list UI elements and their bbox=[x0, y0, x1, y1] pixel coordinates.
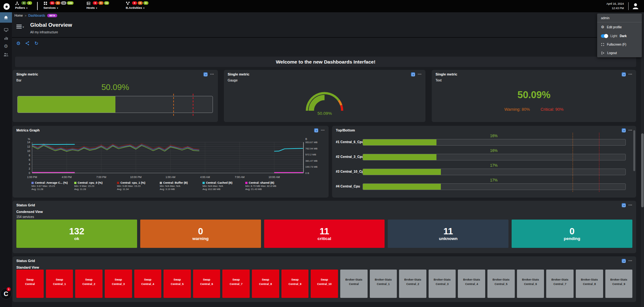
refresh-interval-icon[interactable] bbox=[622, 72, 626, 76]
top-bar: 01Pollers ▾11011132Services ▾0011Hosts ▾… bbox=[0, 0, 644, 12]
theme-light-label: Light bbox=[610, 34, 617, 38]
breadcrumb-home-link[interactable]: Home bbox=[14, 14, 23, 17]
service-tile[interactable]: Broker-StatsCentral_9 bbox=[605, 270, 633, 298]
more-options-icon[interactable]: ••• bbox=[629, 128, 632, 132]
topbar-menu-hosts[interactable]: 0011Hosts ▾ bbox=[86, 1, 109, 9]
refresh-interval-icon[interactable] bbox=[314, 128, 318, 132]
status-tile-unknown[interactable]: 11unknown bbox=[388, 220, 508, 248]
service-tile[interactable]: SwapCentral_4 bbox=[134, 270, 162, 298]
bar-host-label[interactable]: #2 Central_3_Cpu bbox=[336, 155, 364, 159]
service-tile[interactable]: SwapCentral_7 bbox=[222, 270, 250, 298]
service-tile[interactable]: Broker-StatsCentral bbox=[340, 270, 368, 298]
service-tile[interactable]: SwapCentral_1 bbox=[46, 270, 73, 298]
refresh-interval-icon[interactable] bbox=[622, 203, 626, 207]
service-tile[interactable]: SwapCentral_5 bbox=[164, 270, 191, 298]
count-badge: 0 bbox=[138, 1, 143, 5]
chevron-down-icon: ▼ bbox=[22, 26, 25, 29]
legend-minmax: Min: N/A Max: N/A bbox=[203, 185, 245, 187]
more-options-icon[interactable]: ••• bbox=[629, 72, 632, 76]
toggle-knob bbox=[604, 34, 608, 38]
service-tile[interactable]: Broker-StatsCentral_1 bbox=[370, 270, 397, 298]
bar-host-label[interactable]: #1 Central_6_Cpu bbox=[336, 140, 364, 144]
refresh-interval-icon[interactable] bbox=[622, 259, 626, 263]
sidebar-item-configuration[interactable]: ⚙ bbox=[0, 42, 12, 50]
service-tile[interactable]: SwapCentral_9 bbox=[281, 270, 309, 298]
x-axis-tick-label: 7:00 AM bbox=[235, 176, 244, 179]
service-tile[interactable]: Broker-StatsCentral_7 bbox=[546, 270, 574, 298]
service-tile[interactable]: SwapCentral_10 bbox=[311, 270, 338, 298]
refresh-interval-icon[interactable] bbox=[411, 72, 415, 76]
bar-host-label[interactable]: #4 Central_Cpu bbox=[336, 184, 360, 188]
bar-value-label: 16% bbox=[363, 148, 625, 153]
more-options-icon[interactable]: ••• bbox=[629, 259, 632, 263]
service-tile[interactable]: SwapCentral_6 bbox=[193, 270, 220, 298]
centreon-dashboard-app: 01Pollers ▾11011132Services ▾0011Hosts ▾… bbox=[0, 0, 644, 307]
service-name: Swap bbox=[262, 278, 269, 282]
centreon-bottom-logo[interactable]: C 1 bbox=[0, 288, 12, 299]
topbar-menu-services[interactable]: 11011132Services ▾ bbox=[43, 1, 74, 9]
refresh-interval-icon[interactable] bbox=[203, 72, 208, 76]
centreon-logo[interactable] bbox=[2, 1, 11, 11]
settings-icon[interactable]: ⚙ bbox=[16, 41, 20, 46]
service-tile[interactable]: SwapCentral_3 bbox=[105, 270, 132, 298]
service-tile[interactable]: Broker-StatsCentral_8 bbox=[576, 270, 603, 298]
page-scrollbar-thumb[interactable] bbox=[641, 133, 644, 207]
welcome-text: Welcome to the new Dashboards Interface! bbox=[276, 59, 375, 65]
host-name: Central_5 bbox=[495, 282, 508, 287]
sidebar-item-home[interactable] bbox=[0, 12, 12, 23]
sidebar-item-reporting[interactable] bbox=[0, 34, 12, 42]
dashboard-menu-button[interactable]: ▼ bbox=[16, 25, 25, 30]
page-title: Global Overview bbox=[30, 22, 72, 28]
status-tile-pending[interactable]: 0pending bbox=[512, 220, 632, 248]
refresh-icon[interactable]: ↻ bbox=[34, 41, 38, 46]
edit-profile-item[interactable]: ⚙ Edit profile bbox=[597, 22, 642, 32]
legend-label: Central: cpu_0 (%) bbox=[78, 181, 103, 184]
status-tile-critical[interactable]: 11critical bbox=[264, 220, 385, 248]
host-name: Central_7 bbox=[230, 282, 242, 287]
service-tile[interactable]: Broker-StatsCentral_6 bbox=[517, 270, 544, 298]
status-tile-warning[interactable]: 0warning bbox=[140, 220, 261, 248]
count-badge: 0 bbox=[21, 1, 26, 5]
panel-status-grid-condensed: Status Grid ••• Condensed View 154 servi… bbox=[13, 201, 636, 253]
legend-item[interactable]: Central: cpu_0 (%)Min: 9 Max: 15.23Avg: … bbox=[74, 181, 117, 191]
sidebar-item-administration[interactable] bbox=[0, 50, 12, 59]
legend-item[interactable]: Central: cpu_1 (%)Min: 9.89 Max: 15.23Av… bbox=[117, 181, 160, 191]
status-tile-ok[interactable]: 132ok bbox=[16, 220, 137, 248]
refresh-interval-icon[interactable] bbox=[622, 128, 626, 132]
service-tile[interactable]: SwapCentral_8 bbox=[252, 270, 279, 298]
service-tile[interactable]: SwapCentral bbox=[16, 270, 44, 298]
more-options-icon[interactable]: ••• bbox=[418, 72, 422, 76]
theme-toggle[interactable] bbox=[601, 34, 608, 38]
bar-host-label[interactable]: #3 Central_10_Cpu bbox=[336, 170, 366, 173]
breadcrumb-dashboards-link[interactable]: Dashboards bbox=[28, 14, 45, 17]
service-tile[interactable]: SwapCentral_2 bbox=[75, 270, 103, 298]
legend-item[interactable]: Central: Buffer (B)Min: N/A Max: N/AAvg:… bbox=[160, 181, 203, 191]
panel-single-metric-text: Single metric Text ••• 50.09% Warning: 8… bbox=[432, 70, 636, 122]
host-name: Central_8 bbox=[583, 282, 596, 287]
legend-item[interactable]: Central: Cached (B)Min: N/A Max: N/AAvg:… bbox=[203, 181, 245, 191]
more-options-icon[interactable]: ••• bbox=[321, 128, 325, 132]
sidebar-item-monitoring[interactable] bbox=[0, 26, 12, 34]
status-tiles: 132ok0warning11critical11unknown0pending bbox=[16, 220, 632, 248]
topbar-menu-bactivities[interactable]: 000B.Activities ▾ bbox=[126, 1, 148, 9]
topbar-menu-pollers[interactable]: 01Pollers ▾ bbox=[15, 1, 32, 9]
logout-item[interactable]: Logout bbox=[597, 49, 642, 57]
service-tile[interactable]: Broker-StatsCentral_2 bbox=[399, 270, 426, 298]
share-icon[interactable] bbox=[25, 41, 30, 46]
service-tile[interactable]: Broker-StatsCentral_5 bbox=[487, 270, 515, 298]
more-options-icon[interactable]: ••• bbox=[210, 72, 214, 76]
count-badge: 0 bbox=[55, 1, 60, 5]
panel-scrollbar[interactable] bbox=[633, 130, 635, 171]
status-label: ok bbox=[74, 236, 79, 241]
service-name: Broker-Stats bbox=[522, 278, 539, 282]
user-account-icon[interactable] bbox=[631, 2, 640, 10]
service-tile[interactable]: Broker-StatsCentral_4 bbox=[458, 270, 485, 298]
service-tile[interactable]: Broker-StatsCentral_3 bbox=[429, 270, 456, 298]
line-chart: 02468101214%1:00 PM4:00 PM7:00 PM10:00 P… bbox=[13, 138, 329, 181]
legend-item[interactable]: Central: Average C... (%)Min: 9.67 Max: … bbox=[31, 181, 74, 191]
bar-value-label: 17% bbox=[363, 163, 625, 168]
service-name: Broker-Stats bbox=[434, 278, 451, 282]
more-options-icon[interactable]: ••• bbox=[629, 203, 632, 207]
legend-item[interactable]: Central: shared (B)Min: 8.79 MB Max: 82.… bbox=[245, 181, 288, 191]
fullscreen-item[interactable]: Fullscreen (F) bbox=[597, 40, 642, 49]
